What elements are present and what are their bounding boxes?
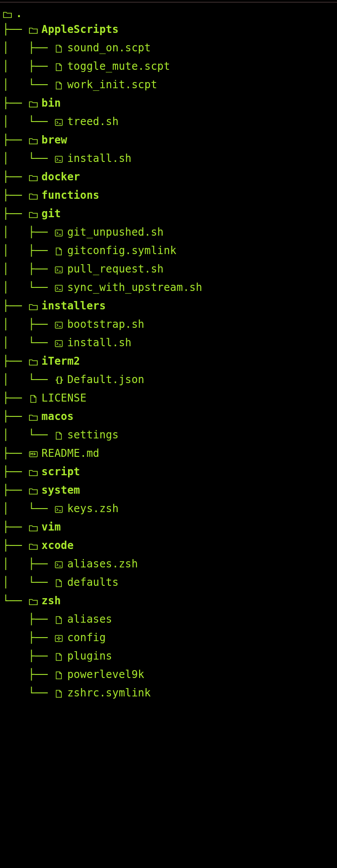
file-label: config: [67, 628, 106, 647]
shell-icon: [54, 113, 64, 131]
tree-prefix: │ └──: [0, 499, 54, 518]
folder-icon: [29, 94, 38, 113]
file-label: gitconfig.symlink: [67, 241, 176, 260]
tree-folder-row: ├── xcode: [0, 536, 337, 555]
folder-label: brew: [42, 131, 68, 149]
file-label: install.sh: [67, 149, 132, 168]
file-label: plugins: [67, 647, 112, 665]
folder-label: git: [42, 204, 61, 223]
folder-label: script: [42, 463, 80, 481]
folder-label: zsh: [42, 592, 61, 610]
tree-file-row: ├── plugins: [0, 647, 337, 665]
svg-rect-0: [55, 119, 62, 126]
tree-root: .: [0, 3, 337, 20]
tree-prefix: ├──: [0, 647, 54, 665]
tree-folder-row: ├── functions: [0, 186, 337, 204]
tree-prefix: └──: [0, 592, 29, 610]
md-icon: [29, 445, 38, 463]
tree-prefix: │ ├──: [0, 223, 54, 241]
svg-rect-9: [55, 562, 62, 568]
tree-prefix: ├──: [0, 389, 29, 407]
file-label: aliases.zsh: [67, 555, 138, 573]
tree-prefix: ├──: [0, 186, 29, 204]
svg-point-11: [58, 638, 60, 639]
tree-prefix: │ ├──: [0, 241, 54, 260]
directory-tree: . ├── AppleScripts│ ├── sound_on.scpt│ ├…: [0, 3, 337, 702]
file-label: powerlevel9k: [67, 665, 144, 684]
tree-prefix: ├──: [0, 94, 29, 112]
tree-prefix: ├──: [0, 444, 29, 463]
tree-prefix: ├──: [0, 481, 29, 499]
tree-file-row: └── zshrc.symlink: [0, 684, 337, 702]
tree-prefix: │ └──: [0, 278, 54, 297]
tree-prefix: ├──: [0, 518, 29, 536]
folder-label: vim: [42, 518, 61, 536]
tree-file-row: │ └── keys.zsh: [0, 499, 337, 518]
json-icon: {}: [54, 371, 64, 389]
tree-folder-row: └── zsh: [0, 592, 337, 610]
tree-prefix: │ └──: [0, 573, 54, 592]
folder-label: macos: [42, 407, 74, 426]
root-label: .: [16, 7, 22, 20]
file-label: aliases: [67, 610, 112, 628]
folder-icon: [29, 537, 38, 555]
file-icon: [54, 39, 64, 57]
tree-prefix: │ └──: [0, 75, 54, 94]
shell-icon: [54, 555, 64, 574]
file-icon: [54, 684, 64, 703]
folder-icon: [29, 205, 38, 223]
tree-prefix: ├──: [0, 665, 54, 684]
tree-prefix: ├──: [0, 463, 29, 481]
file-icon: [54, 426, 64, 445]
tree-prefix: ├──: [0, 131, 29, 149]
file-label: Default.json: [67, 370, 144, 389]
shell-icon: [54, 223, 64, 242]
folder-icon: [29, 481, 38, 500]
shell-icon: [54, 150, 64, 168]
folder-icon: [3, 7, 12, 21]
tree-prefix: └──: [0, 684, 54, 702]
file-label: bootstrap.sh: [67, 315, 144, 334]
tree-file-row: │ └── install.sh: [0, 149, 337, 168]
tree-file-row: │ ├── pull_request.sh: [0, 260, 337, 278]
file-icon: [29, 389, 38, 408]
file-label: zshrc.symlink: [67, 684, 151, 702]
svg-rect-4: [55, 285, 62, 291]
folder-label: installers: [42, 297, 106, 315]
svg-rect-6: [55, 341, 62, 347]
tree-file-row: ├── LICENSE: [0, 389, 337, 407]
tree-prefix: ├──: [0, 352, 29, 370]
tree-prefix: │ ├──: [0, 39, 54, 57]
tree-prefix: │ ├──: [0, 315, 54, 334]
tree-folder-row: ├── vim: [0, 518, 337, 536]
file-label: sync_with_upstream.sh: [67, 278, 202, 297]
file-label: treed.sh: [67, 112, 118, 131]
tree-file-row: │ ├── toggle_mute.scpt: [0, 57, 337, 75]
file-icon: [54, 57, 64, 76]
shell-icon: [54, 334, 64, 352]
tree-folder-row: ├── docker: [0, 168, 337, 186]
folder-label: iTerm2: [42, 352, 80, 370]
folder-icon: [29, 131, 38, 150]
tree-prefix: │ ├──: [0, 260, 54, 278]
file-label: README.md: [42, 444, 100, 463]
svg-rect-5: [55, 322, 62, 328]
tree-prefix: ├──: [0, 628, 54, 647]
tree-prefix: │ └──: [0, 112, 54, 131]
tree-file-row: │ └── sync_with_upstream.sh: [0, 278, 337, 297]
tree-file-row: │ ├── bootstrap.sh: [0, 315, 337, 334]
file-icon: [54, 242, 64, 260]
folder-icon: [29, 297, 38, 316]
tree-file-row: ├── README.md: [0, 444, 337, 463]
tree-prefix: │ └──: [0, 149, 54, 168]
tree-file-row: │ └── treed.sh: [0, 112, 337, 131]
tree-file-row: │ ├── sound_on.scpt: [0, 39, 337, 57]
tree-file-row: │ └── work_init.scpt: [0, 75, 337, 94]
folder-label: system: [42, 481, 80, 499]
file-label: git_unpushed.sh: [67, 223, 164, 241]
tree-prefix: │ ├──: [0, 555, 54, 573]
file-label: install.sh: [67, 334, 132, 352]
file-label: pull_request.sh: [67, 260, 164, 278]
file-label: LICENSE: [42, 389, 87, 407]
tree-folder-row: ├── brew: [0, 131, 337, 149]
